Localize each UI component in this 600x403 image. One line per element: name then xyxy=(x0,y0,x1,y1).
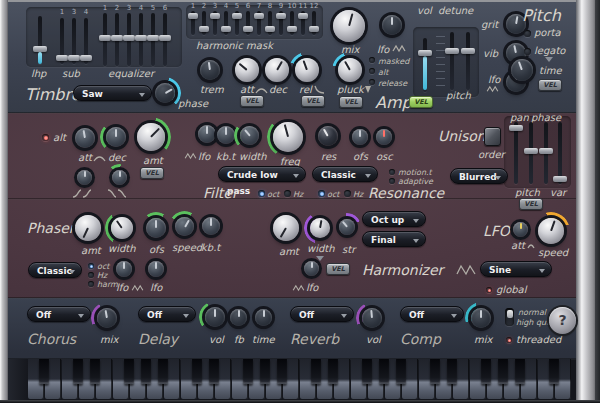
harmonic-mask-slider[interactable] xyxy=(221,11,231,35)
trem-knob[interactable] xyxy=(200,60,220,80)
harmonic-mask-slider[interactable] xyxy=(287,11,297,35)
filter-kbt-knob[interactable] xyxy=(217,126,235,144)
unison-pan-slider[interactable] xyxy=(509,122,523,184)
waveform-select[interactable]: Saw xyxy=(73,85,152,101)
harmonic-mask-slider[interactable] xyxy=(298,11,308,35)
detune-pitch-slider[interactable] xyxy=(461,32,475,90)
phaser-hz-radio[interactable] xyxy=(88,272,94,278)
pluck-knob[interactable] xyxy=(338,58,362,82)
lfo-global-radio[interactable] xyxy=(486,287,492,293)
vol-slider[interactable] xyxy=(418,38,432,92)
delay-vol-knob[interactable] xyxy=(205,307,225,327)
resonance-oct-radio[interactable] xyxy=(318,190,325,197)
piano-key-black[interactable] xyxy=(481,359,491,384)
phaser-width-knob[interactable] xyxy=(111,217,133,239)
amp-att-knob[interactable] xyxy=(235,58,259,82)
phase-knob[interactable] xyxy=(155,83,175,103)
phaser-lfo2-knob[interactable] xyxy=(148,261,164,277)
unison-phase-slider[interactable] xyxy=(539,122,553,184)
piano-key-black[interactable] xyxy=(277,359,287,384)
harmonizer-vel-button[interactable]: VEL xyxy=(326,263,350,275)
harmonic-mask-slider[interactable] xyxy=(199,11,209,35)
reverb-vol-knob[interactable] xyxy=(362,308,382,328)
unison-pitch-vel-button[interactable]: VEL xyxy=(519,198,543,210)
piano-key-black[interactable] xyxy=(39,359,49,384)
phaser-amt-knob[interactable] xyxy=(75,215,101,241)
piano-key-black[interactable] xyxy=(328,359,338,384)
res-knob[interactable] xyxy=(318,126,338,146)
delay-time-knob[interactable] xyxy=(255,309,272,326)
filter-hz-radio[interactable] xyxy=(284,190,291,197)
lfo-speed-knob[interactable] xyxy=(538,218,564,244)
equalizer-slider[interactable] xyxy=(159,13,171,66)
filter-lfo-knob[interactable] xyxy=(198,125,216,143)
phaser-oct-radio[interactable] xyxy=(88,263,94,269)
equalizer-slider[interactable] xyxy=(123,13,135,66)
chorus-mode-select[interactable]: Off xyxy=(27,306,91,322)
piano-key-black[interactable] xyxy=(549,359,559,384)
lfo-att-knob[interactable] xyxy=(513,222,528,237)
resonance-type-select[interactable]: Classic xyxy=(312,166,378,182)
piano-key-black[interactable] xyxy=(498,359,508,384)
filter-att-knob[interactable] xyxy=(75,128,95,148)
osc-knob[interactable] xyxy=(376,129,392,145)
unison-var-slider[interactable] xyxy=(553,122,567,184)
piano-key-black[interactable] xyxy=(396,359,406,384)
delay-fb-knob[interactable] xyxy=(230,309,247,326)
piano-key-black[interactable] xyxy=(515,359,525,384)
porta-radio[interactable] xyxy=(524,30,531,37)
harmonizer-amt-knob[interactable] xyxy=(273,215,299,241)
harmonizer-interval-select[interactable]: Oct up xyxy=(362,211,426,227)
phaser-speed-knob[interactable] xyxy=(175,217,194,236)
filter-env-tension1-knob[interactable] xyxy=(77,170,92,185)
filter-amt-knob[interactable] xyxy=(137,123,165,151)
harmonic-mask-slider[interactable] xyxy=(243,11,253,35)
harmonic-mask-slider[interactable] xyxy=(188,11,198,35)
amp-rel-vel-button[interactable]: VEL xyxy=(301,95,325,107)
adaptive-radio[interactable] xyxy=(389,178,395,184)
harmonic-mask-slider[interactable] xyxy=(265,11,275,35)
harmonic-mask-slider[interactable] xyxy=(210,11,220,35)
amp-vel-button[interactable]: VEL xyxy=(409,96,433,108)
sub-slider[interactable] xyxy=(68,18,80,64)
filter-amt-vel-button[interactable]: VEL xyxy=(140,167,164,179)
delay-mode-select[interactable]: Off xyxy=(138,306,196,322)
unison-order-button[interactable] xyxy=(484,127,501,146)
chorus-mix-knob[interactable] xyxy=(97,308,117,328)
motion-t-radio[interactable] xyxy=(389,169,395,175)
phaser-mode-select[interactable]: Classic xyxy=(28,262,82,278)
filter-oct-radio[interactable] xyxy=(258,190,265,197)
quality-switch[interactable] xyxy=(505,308,514,326)
sub-slider[interactable] xyxy=(80,18,92,64)
piano-key-black[interactable] xyxy=(192,359,202,384)
harmonic-mask-slider[interactable] xyxy=(309,11,319,35)
masked-radio[interactable] xyxy=(369,57,375,63)
ofs-knob[interactable] xyxy=(352,129,368,145)
harmonizer-stage-select[interactable]: Final xyxy=(362,231,426,247)
piano-key-black[interactable] xyxy=(73,359,83,384)
equalizer-slider[interactable] xyxy=(111,13,123,66)
time-vel-button[interactable]: VEL xyxy=(538,79,562,91)
piano-key-black[interactable] xyxy=(379,359,389,384)
harmonic-mask-slider[interactable] xyxy=(276,11,286,35)
lfo-shape-select[interactable]: Sine xyxy=(480,261,552,277)
harmonizer-lfo-knob[interactable] xyxy=(304,261,319,276)
piano-key-black[interactable] xyxy=(260,359,270,384)
mask-lfo-knob[interactable] xyxy=(382,15,402,35)
filter-type-select[interactable]: Crude low pass xyxy=(218,166,306,182)
harmonizer-width-knob[interactable] xyxy=(310,218,330,238)
comp-mix-knob[interactable] xyxy=(471,308,491,328)
equalizer-slider[interactable] xyxy=(147,13,159,66)
mask-mix-knob[interactable] xyxy=(333,10,365,42)
amp-alt-radio[interactable] xyxy=(369,68,375,74)
piano-key-black[interactable] xyxy=(311,359,321,384)
filter-dec-knob[interactable] xyxy=(106,127,126,147)
phaser-kbt-knob[interactable] xyxy=(202,217,220,235)
piano-key-black[interactable] xyxy=(447,359,457,384)
piano-key-black[interactable] xyxy=(124,359,134,384)
piano-key-black[interactable] xyxy=(158,359,168,384)
harmonic-mask-slider[interactable] xyxy=(254,11,264,35)
amp-dec-knob[interactable] xyxy=(265,58,289,82)
resonance-hz-radio[interactable] xyxy=(344,190,351,197)
amp-att-vel-button[interactable]: VEL xyxy=(240,95,264,107)
